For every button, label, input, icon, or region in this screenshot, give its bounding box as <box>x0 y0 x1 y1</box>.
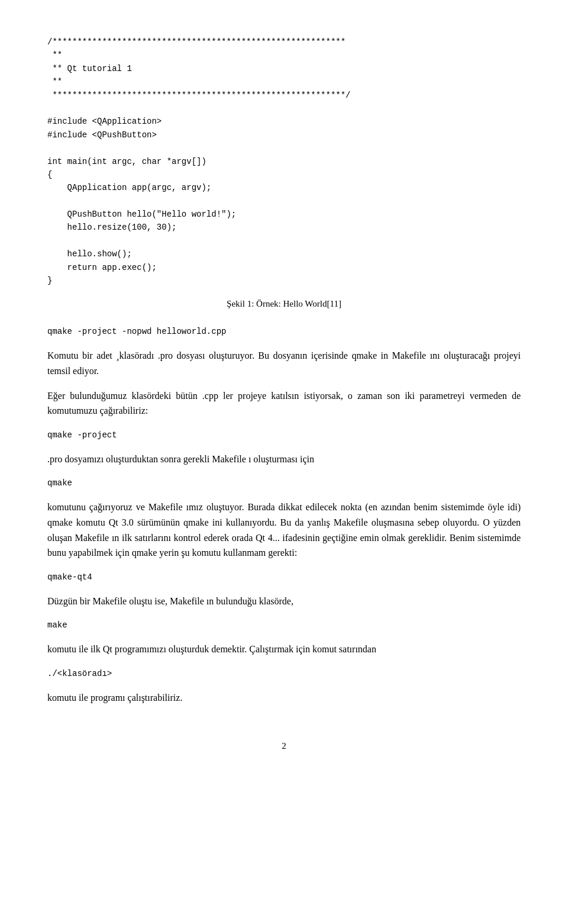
page-number: 2 <box>47 741 521 751</box>
command-run: ./<klasöradı> <box>47 669 521 678</box>
command-qmake-qt4: qmake-qt4 <box>47 572 521 582</box>
code-block: /***************************************… <box>47 36 521 287</box>
code-text: /***************************************… <box>47 36 521 287</box>
figure-caption: Şekil 1: Örnek: Hello World[11] <box>47 299 521 309</box>
paragraph-1: Komutu bir adet ¸klasöradı .pro dosyası … <box>47 348 521 378</box>
paragraph-4: komutunu çağırıyoruz ve Makefile ımız ol… <box>47 500 521 560</box>
paragraph-5: Düzgün bir Makefile oluştu ise, Makefile… <box>47 594 521 609</box>
paragraph-3: .pro dosyamızı oluşturduktan sonra gerek… <box>47 452 521 467</box>
paragraph-7: komutu ile programı çalıştırabiliriz. <box>47 690 521 706</box>
paragraph-2: Eğer bulunduğumuz klasördeki bütün .cpp … <box>47 388 521 418</box>
command-qmake-project: qmake -project <box>47 430 521 440</box>
command-make: make <box>47 620 521 630</box>
command-qmake: qmake <box>47 478 521 488</box>
paragraph-6: komutu ile ilk Qt programımızı oluşturdu… <box>47 642 521 657</box>
command-qmake-project-nopwd: qmake -project -nopwd helloworld.cpp <box>47 327 521 336</box>
page-content: /***************************************… <box>47 36 521 751</box>
